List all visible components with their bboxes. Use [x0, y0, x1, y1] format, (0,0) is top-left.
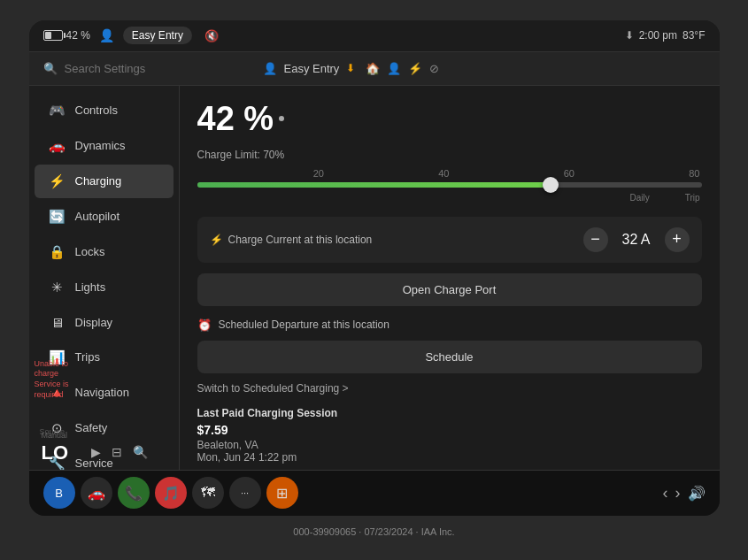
bt-icon: B — [55, 487, 63, 500]
charge-percent-value: 42 % — [197, 100, 274, 138]
schedule-button[interactable]: Schedule — [197, 341, 702, 373]
search-taskbar-icon[interactable]: 🔍 — [133, 445, 148, 459]
charge-current-value: 32 A — [619, 232, 654, 248]
more-taskbar-icon[interactable]: ··· — [229, 477, 261, 509]
equalizer-icon[interactable]: ⊟ — [112, 445, 122, 459]
easy-entry-label: Easy Entry — [132, 29, 183, 42]
switch-to-scheduled-link[interactable]: Switch to Scheduled Charging > — [197, 382, 702, 395]
last-session-location: Bealeton, VA — [197, 439, 702, 451]
open-charge-port-button[interactable]: Open Charge Port — [197, 273, 702, 306]
home-icon: 🏠 — [366, 62, 380, 75]
download-icon: ⬇ — [625, 29, 634, 42]
screen: 42 % 👤 Easy Entry 🔇 ⬇ 2:00 pm 83°F 🔍 👤 E… — [29, 20, 720, 516]
dynamics-icon: 🚗 — [49, 138, 66, 154]
bluetooth-taskbar-icon[interactable]: B — [43, 477, 75, 509]
easy-entry-button[interactable]: Easy Entry — [123, 27, 192, 44]
sidebar-item-dynamics[interactable]: 🚗 Dynamics — [35, 129, 174, 163]
map-taskbar-icon[interactable]: 🗺 — [192, 477, 224, 509]
nav-right-icon[interactable]: › — [675, 484, 681, 502]
sidebar: 🎮 Controls 🚗 Dynamics ⚡ Charging 🔄 Autop… — [29, 86, 180, 470]
sidebar-item-charging[interactable]: ⚡ Charging — [35, 165, 174, 198]
charge-current-label: ⚡ Charge Current at this location — [210, 234, 583, 246]
mark-40: 40 — [438, 168, 449, 179]
bluetooth-icon: ⚡ — [408, 62, 422, 75]
right-panel: 42 % Charge Limit: 70% 20 40 60 80 — [180, 86, 720, 470]
main-content: 🎮 Controls 🚗 Dynamics ⚡ Charging 🔄 Autop… — [29, 86, 720, 470]
more-icon: ··· — [241, 487, 249, 498]
autopilot-label: Autopilot — [75, 210, 120, 223]
charging-icon: ⚡ — [49, 173, 66, 189]
music-taskbar-icon[interactable]: 🎵 — [155, 477, 187, 509]
sidebar-item-autopilot[interactable]: 🔄 Autopilot — [35, 200, 174, 234]
charge-plug-icon: ⚡ — [210, 234, 223, 246]
locks-label: Locks — [75, 245, 105, 258]
temp-display: 83°F — [682, 29, 705, 42]
scheduled-departure-section: ⏰ Scheduled Departure at this location — [197, 318, 702, 332]
charge-limit-label: Charge Limit: 70% — [197, 149, 702, 161]
sidebar-item-display[interactable]: 🖥 Display — [35, 306, 174, 339]
dynamics-label: Dynamics — [75, 139, 126, 152]
switch-link-text: Switch to Scheduled Charging > — [197, 382, 349, 395]
search-bar: 🔍 👤 Easy Entry ⬇ 🏠 👤 ⚡ ⊘ — [29, 52, 720, 86]
phone-icon: 📞 — [125, 485, 143, 502]
search-icon: 🔍 — [43, 62, 58, 75]
last-session-amount: $7.59 — [197, 423, 702, 437]
trip-label: Trip — [685, 193, 700, 203]
charge-slider-track[interactable] — [197, 182, 702, 188]
decrease-button[interactable]: − — [583, 227, 608, 252]
grid-icon: ⊞ — [276, 485, 288, 502]
mark-80: 80 — [689, 168, 699, 179]
slider-labels: 20 40 60 80 — [197, 168, 702, 179]
controls-icon: 🎮 — [49, 103, 66, 119]
slider-marker-labels: Daily Trip — [197, 193, 702, 203]
footer-label: 000-39909065 · 07/23/2024 · IAA Inc. — [289, 523, 458, 541]
taskbar: B 🚗 📞 🎵 🗺 ··· ⊞ — [29, 470, 720, 516]
sidebar-item-lights[interactable]: ✳ Lights — [35, 271, 174, 304]
display-label: Display — [75, 316, 113, 329]
sidebar-item-controls[interactable]: 🎮 Controls — [35, 94, 174, 127]
autopilot-icon: 🔄 — [49, 209, 66, 225]
search-input[interactable] — [65, 62, 242, 75]
nav-left-icon[interactable]: ‹ — [663, 484, 668, 502]
safety-label: Safety — [75, 421, 108, 434]
mark-20: 20 — [313, 168, 324, 179]
phone-taskbar-icon[interactable]: 📞 — [118, 477, 150, 509]
battery-percent: 42 % — [66, 29, 90, 42]
lights-label: Lights — [75, 280, 106, 294]
footer-text: 000-39909065 · 07/23/2024 · IAA Inc. — [293, 526, 454, 537]
grid-taskbar-icon[interactable]: ⊞ — [266, 477, 298, 509]
status-bar: 42 % 👤 Easy Entry 🔇 ⬇ 2:00 pm 83°F — [29, 20, 720, 52]
play-icon[interactable]: ▶ — [91, 445, 101, 459]
person-icon: 👤 — [99, 28, 114, 42]
slider-thumb[interactable] — [543, 177, 559, 193]
sidebar-item-locks[interactable]: 🔒 Locks — [35, 235, 174, 269]
increase-button[interactable]: + — [665, 227, 690, 252]
volume-icon[interactable]: 🔊 — [688, 485, 706, 502]
decrease-icon: − — [590, 230, 600, 249]
play-controls: ▶ ⊟ 🔍 — [91, 445, 148, 459]
car-taskbar-icon[interactable]: 🚗 — [81, 477, 112, 509]
outer-frame: 42 % 👤 Easy Entry 🔇 ⬇ 2:00 pm 83°F 🔍 👤 E… — [0, 0, 748, 560]
charging-label: Charging — [75, 174, 122, 188]
last-session-title: Last Paid Charging Session — [197, 407, 702, 419]
controls-label: Controls — [75, 104, 118, 117]
lo-display: LO — [42, 441, 69, 464]
unable-charge-notice: Unable to chargeService is required — [35, 359, 92, 401]
battery-info: 42 % — [43, 29, 90, 42]
last-session-date: Mon, Jun 24 1:22 pm — [197, 451, 702, 464]
unable-charge-text: Unable to chargeService is required — [35, 359, 69, 399]
map-icon: 🗺 — [201, 485, 215, 501]
music-icon: 🎵 — [162, 485, 180, 502]
time-section: ⬇ 2:00 pm 83°F — [625, 29, 706, 42]
daily-label: Daily — [629, 193, 649, 203]
profile-label: Easy Entry — [284, 62, 340, 75]
mute-icon: 🔇 — [204, 29, 219, 42]
charge-percent-display: 42 % — [197, 100, 702, 138]
charge-current-row: ⚡ Charge Current at this location − 32 A… — [197, 217, 702, 263]
open-charge-port-label: Open Charge Port — [403, 283, 497, 296]
increase-icon: + — [672, 230, 682, 249]
display-icon: 🖥 — [49, 315, 66, 330]
clock-icon: ⏰ — [197, 318, 212, 332]
battery-icon — [43, 30, 63, 41]
signal-icon: ⊘ — [429, 62, 439, 75]
